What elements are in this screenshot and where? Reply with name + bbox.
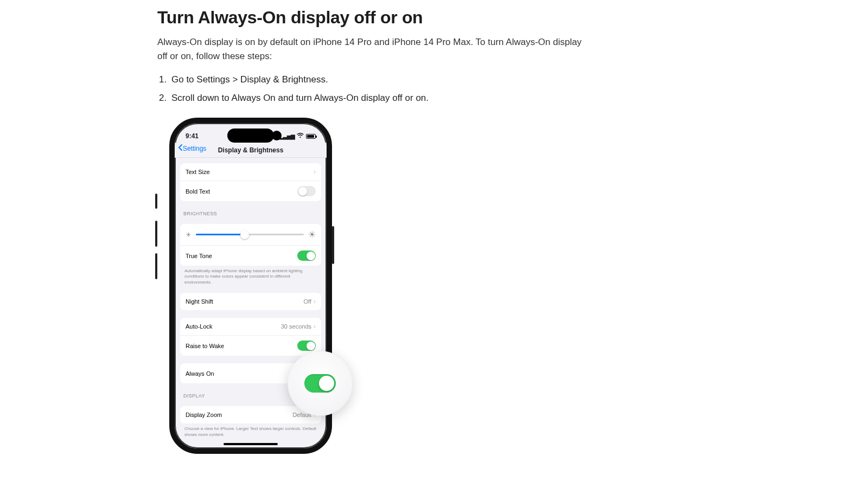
text-group: Text Size › Bold Text [180, 163, 321, 201]
raise-to-wake-row[interactable]: Raise to Wake [180, 335, 321, 356]
chevron-right-icon: › [314, 323, 316, 330]
row-label: Night Shift [186, 298, 213, 305]
wifi-icon [297, 132, 304, 140]
phone-side-button [155, 194, 157, 209]
lock-group: Auto-Lock 30 seconds › Raise to Wake [180, 318, 321, 356]
row-label: Auto-Lock [186, 323, 213, 330]
row-label: Always On [186, 370, 214, 377]
night-shift-row[interactable]: Night Shift Off › [180, 293, 321, 310]
battery-icon [306, 134, 316, 139]
row-value: Off [304, 298, 311, 305]
magnified-callout [288, 351, 353, 416]
always-on-toggle-magnified [304, 374, 336, 393]
raise-to-wake-toggle[interactable] [297, 341, 316, 351]
row-label: Text Size [186, 169, 210, 175]
chevron-right-icon: › [314, 298, 316, 305]
row-label: True Tone [186, 253, 212, 259]
chevron-left-icon [178, 144, 182, 152]
chevron-right-icon: › [314, 168, 316, 176]
step-item: Scroll down to Always On and turn Always… [169, 91, 591, 105]
text-size-row[interactable]: Text Size › [180, 163, 321, 181]
true-tone-row[interactable]: True Tone [180, 245, 321, 266]
step-item: Go to Settings > Display & Brightness. [169, 73, 591, 87]
brightness-slider[interactable] [196, 234, 304, 235]
row-label: Display Zoom [186, 412, 222, 418]
row-label: Raise to Wake [186, 343, 224, 349]
nav-title: Display & Brightness [218, 146, 284, 154]
status-indicators: ▂▃▅▆ [279, 132, 316, 140]
night-shift-group: Night Shift Off › [180, 293, 321, 310]
sun-small-icon: ☀ [186, 231, 192, 239]
brightness-group: ☀ ☀ True Tone [180, 224, 321, 266]
nav-bar: Settings Display & Brightness [175, 143, 327, 158]
steps-list: Go to Settings > Display & Brightness. S… [157, 73, 591, 105]
sun-large-icon: ☀ [308, 229, 316, 240]
cellular-icon: ▂▃▅▆ [279, 133, 295, 139]
brightness-header: BRIGHTNESS [180, 201, 321, 219]
dynamic-island [227, 129, 274, 143]
intro-paragraph: Always-On display is on by default on iP… [157, 35, 591, 63]
phone-side-button [332, 226, 334, 264]
phone-figure: 9:41 ▂▃▅▆ Settings Display & Brightness [157, 118, 332, 454]
true-tone-toggle[interactable] [297, 251, 316, 261]
row-label: Bold Text [186, 188, 210, 195]
brightness-slider-row[interactable]: ☀ ☀ [180, 224, 321, 245]
bold-text-row[interactable]: Bold Text [180, 181, 321, 201]
true-tone-footer: Automatically adapt iPhone display based… [180, 266, 321, 285]
auto-lock-row[interactable]: Auto-Lock 30 seconds › [180, 318, 321, 335]
row-value: 30 seconds [281, 323, 311, 330]
phone-side-button [155, 221, 157, 247]
display-zoom-footer: Choose a view for iPhone. Larger Text sh… [180, 423, 321, 438]
nav-back-button[interactable]: Settings [178, 144, 206, 152]
phone-side-button [155, 253, 157, 279]
nav-back-label: Settings [183, 145, 206, 152]
article: Turn Always-On display off or on Always-… [157, 0, 591, 456]
status-time: 9:41 [186, 132, 199, 140]
home-indicator [224, 443, 278, 445]
page-title: Turn Always-On display off or on [157, 8, 591, 28]
bold-text-toggle[interactable] [297, 186, 316, 196]
